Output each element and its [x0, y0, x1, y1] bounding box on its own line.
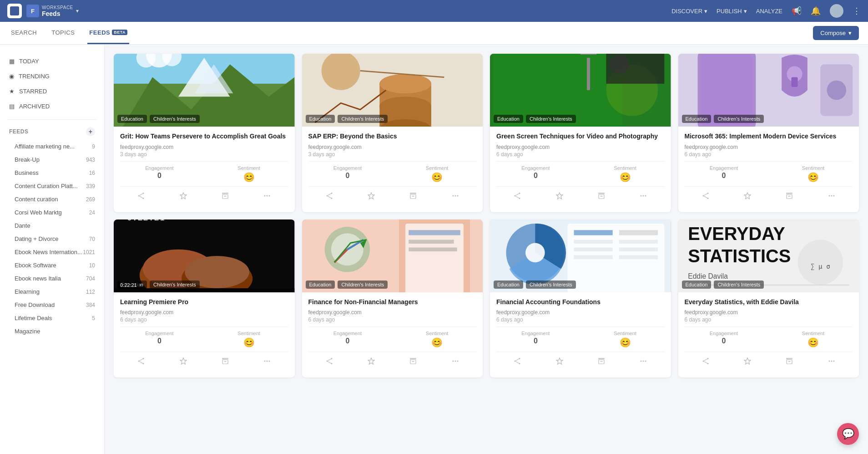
card-title-card5[interactable]: Learning Premiere Pro: [120, 298, 288, 307]
sidebar-item-starred[interactable]: ★ STARRED: [0, 84, 104, 99]
card-title-card4[interactable]: Microsoft 365: Implement Modern Device S…: [685, 132, 853, 141]
card-tag[interactable]: Children's Interests: [526, 115, 576, 123]
app-logo[interactable]: [7, 4, 22, 18]
card-tag[interactable]: Children's Interests: [150, 115, 200, 123]
more-button[interactable]: [824, 356, 839, 368]
card-tag[interactable]: Children's Interests: [714, 115, 764, 123]
archive-button[interactable]: [782, 356, 797, 368]
tab-feeds[interactable]: FEEDS BETA: [87, 22, 129, 44]
notifications-icon[interactable]: 🔔: [811, 6, 821, 16]
card-body-card7: Financial Accounting Foundations feedpro…: [490, 292, 671, 378]
sidebar-feed-affiliate[interactable]: Affiliate marketing ne... 9: [0, 140, 104, 153]
tab-search[interactable]: SEARCH: [9, 22, 39, 44]
share-button[interactable]: [698, 190, 713, 203]
card-title-card7[interactable]: Financial Accounting Foundations: [496, 298, 665, 307]
star-button[interactable]: [552, 190, 567, 203]
star-button[interactable]: [552, 356, 567, 368]
svg-point-49: [519, 193, 520, 194]
share-button[interactable]: [510, 190, 525, 203]
sidebar-feed-dating[interactable]: Dating + Divorce 70: [0, 232, 104, 245]
share-button[interactable]: [322, 356, 337, 368]
sidebar-item-archived[interactable]: ▤ ARCHIVED: [0, 99, 104, 114]
more-button[interactable]: [824, 190, 839, 203]
archive-button[interactable]: [218, 190, 232, 203]
sidebar-feed-elearning[interactable]: Elearning 112: [0, 285, 104, 298]
svg-line-12: [140, 196, 143, 198]
feeds-logo-area[interactable]: F WORKSPACE Feeds ▾: [26, 5, 79, 17]
share-button[interactable]: [134, 190, 148, 203]
analyze-nav[interactable]: ANALYZE: [756, 8, 782, 15]
card-tag[interactable]: Education: [682, 281, 712, 289]
card-title-card1[interactable]: Grit: How Teams Persevere to Accomplish …: [120, 132, 288, 141]
sidebar-feed-ebook-italia[interactable]: Ebook news Italia 704: [0, 272, 104, 285]
archive-button[interactable]: [406, 190, 420, 203]
sidebar-feed-dante[interactable]: Dante: [0, 219, 104, 232]
card-title-card2[interactable]: SAP ERP: Beyond the Basics: [308, 132, 477, 141]
feed-label-dante: Dante: [15, 222, 95, 229]
cards-grid: EducationChildren's Interests Grit: How …: [114, 54, 859, 377]
share-button[interactable]: [510, 356, 525, 368]
card-tag[interactable]: Education: [306, 281, 335, 289]
sidebar-item-today[interactable]: ▦ TODAY: [0, 54, 104, 69]
sidebar-feed-ebook-soft[interactable]: Ebook Software 10: [0, 259, 104, 272]
card-title-card3[interactable]: Green Screen Techniques for Video and Ph…: [496, 132, 665, 141]
card-tag[interactable]: Children's Interests: [150, 281, 200, 289]
card-image-card7: EducationChildren's Interests: [490, 219, 671, 292]
discover-nav[interactable]: DISCOVER ▾: [671, 8, 707, 15]
sidebar-item-trending[interactable]: ◉ TRENDING: [0, 69, 104, 84]
tab-topics[interactable]: TOPICS: [50, 22, 76, 44]
publish-nav[interactable]: PUBLISH ▾: [717, 8, 747, 15]
star-button[interactable]: [740, 356, 755, 368]
card-tag[interactable]: Education: [306, 115, 335, 123]
sidebar-feed-lifetime[interactable]: Lifetime Deals 5: [0, 311, 104, 325]
more-button[interactable]: [636, 190, 651, 203]
sentiment-stat: Sentiment 😊: [210, 165, 288, 183]
sidebar-feed-ebook-news[interactable]: Ebook News Internation... 1021: [0, 245, 104, 259]
sidebar-feed-magazine[interactable]: Magazine: [0, 325, 104, 338]
card-tag[interactable]: Children's Interests: [338, 115, 388, 123]
share-button[interactable]: [322, 190, 337, 203]
share-button[interactable]: [698, 356, 713, 368]
chat-float-button[interactable]: 💬: [837, 423, 859, 445]
sidebar-feed-breakup[interactable]: Break-Up 943: [0, 153, 104, 166]
more-button[interactable]: [448, 190, 463, 203]
share-button[interactable]: [134, 356, 148, 368]
sidebar-feed-free-download[interactable]: Free Download 384: [0, 298, 104, 311]
sidebar-feed-business[interactable]: Business 16: [0, 166, 104, 179]
card-tag[interactable]: Children's Interests: [714, 281, 764, 289]
star-button[interactable]: [176, 190, 191, 203]
publish-chevron-icon: ▾: [744, 8, 747, 15]
archive-button[interactable]: [782, 190, 797, 203]
card-tag[interactable]: Education: [494, 281, 523, 289]
card-tag[interactable]: Education: [494, 115, 523, 123]
more-options-icon[interactable]: ⋮: [853, 6, 861, 16]
megaphone-icon[interactable]: 📢: [792, 6, 802, 16]
more-button[interactable]: [636, 356, 651, 368]
card-image-card8: EVERYDAY STATISTICS ∑ μ σ Eddie Davila ∫…: [678, 219, 859, 292]
more-button[interactable]: [448, 356, 463, 368]
user-avatar[interactable]: [830, 4, 843, 18]
card-title-card8[interactable]: Everyday Statistics, with Eddie Davila: [685, 298, 853, 307]
sidebar-feed-content-plat[interactable]: Content Curation Platt... 339: [0, 179, 104, 193]
card-tag[interactable]: Education: [682, 115, 712, 123]
archive-button[interactable]: [406, 356, 420, 368]
star-button[interactable]: [740, 190, 755, 203]
card-tag[interactable]: Children's Interests: [526, 281, 576, 289]
archive-button[interactable]: [594, 356, 609, 368]
star-button[interactable]: [364, 356, 378, 368]
compose-button[interactable]: Compose ▾: [813, 26, 859, 40]
sidebar-feed-content-cur[interactable]: Content curation 269: [0, 193, 104, 206]
card-title-card6[interactable]: Finance for Non-Financial Managers: [308, 298, 477, 307]
workspace-chevron-icon[interactable]: ▾: [76, 8, 79, 14]
archive-button[interactable]: [218, 356, 232, 368]
sidebar-feed-corsi[interactable]: Corsi Web Marktg 24: [0, 206, 104, 219]
more-button[interactable]: [260, 356, 274, 368]
card-tag[interactable]: Children's Interests: [338, 281, 388, 289]
archive-button[interactable]: [594, 190, 609, 203]
star-button[interactable]: [364, 190, 378, 203]
card-tag[interactable]: Education: [117, 115, 147, 123]
more-button[interactable]: [260, 190, 274, 203]
add-feed-button[interactable]: +: [86, 127, 95, 136]
svg-marker-34: [368, 193, 374, 199]
star-button[interactable]: [176, 356, 191, 368]
